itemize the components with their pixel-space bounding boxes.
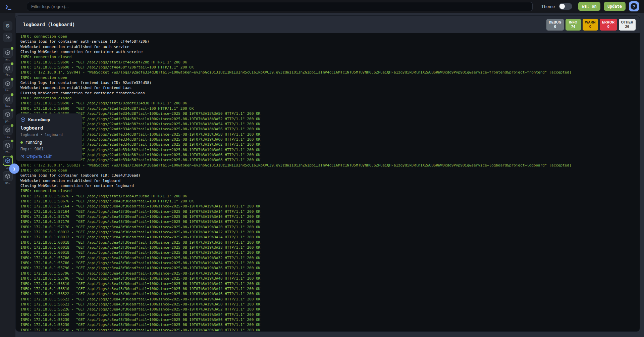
top-bar: ❯_ Theme ws: on update ? <box>0 0 644 13</box>
log-line: INFO: connection closed <box>20 54 640 59</box>
level-badge-other[interactable]: OTHER26 <box>619 19 636 31</box>
container-label: us… <box>0 182 15 185</box>
sidebar-container-item[interactable]: ka… <box>0 94 15 109</box>
container-icon-button <box>3 63 13 73</box>
container-label: fr… <box>0 74 15 77</box>
running-status-dot <box>11 47 13 50</box>
running-status-dot <box>11 109 13 111</box>
log-line: INFO: 172.18.0.1:55226 - "GET /api/logs/… <box>20 307 640 312</box>
badge-count: 0 <box>607 25 609 29</box>
log-line: INFO: 172.18.0.1:56510 - "GET /api/logs/… <box>20 281 640 286</box>
container-icon-button <box>3 48 13 58</box>
log-line: INFO: 172.18.0.1:59690 - "GET /api/logs/… <box>20 111 640 116</box>
container-port: Порт: 9001 <box>20 147 77 151</box>
logout-button[interactable] <box>3 33 12 42</box>
running-status-dot <box>11 140 13 142</box>
running-status-dot <box>20 141 23 144</box>
external-link-icon <box>20 154 24 158</box>
update-button[interactable]: update <box>604 2 626 11</box>
container-label: zo… <box>0 151 15 154</box>
level-badge-warn[interactable]: WARN0 <box>583 19 598 31</box>
running-status-dot <box>11 124 13 127</box>
theme-toggle[interactable] <box>559 3 572 10</box>
log-line: INFO: connection closed <box>20 188 640 193</box>
level-badge-error[interactable]: ERROR0 <box>600 19 617 31</box>
filter-input[interactable] <box>27 2 533 11</box>
log-line: INFO: 172.18.0.1:55786 - "GET /api/logs/… <box>20 255 640 260</box>
log-line: INFO: 172.18.0.1:57176 - "GET /api/logs/… <box>20 225 640 230</box>
container-cube-icon <box>5 81 10 86</box>
container-icon-button <box>3 125 13 135</box>
log-line: INFO: 172.18.0.1:57164 - "GET /api/logs/… <box>20 204 640 209</box>
help-button[interactable]: ? <box>629 1 639 11</box>
websocket-status-button[interactable]: ws: on <box>578 2 600 11</box>
log-line: INFO: 172.18.0.1:57164 - "GET /api/logs/… <box>20 209 640 214</box>
log-line: INFO: 172.18.0.1:59690 - "GET /api/logs/… <box>20 60 640 65</box>
container-label: po… <box>0 120 15 123</box>
log-line: INFO: 172.18.0.1:59690 - "GET /api/logs/… <box>20 65 640 70</box>
log-output[interactable]: INFO: connection openGetting logs for co… <box>16 33 640 331</box>
level-badge-debug[interactable]: DEBUG0 <box>546 19 564 31</box>
log-line: INFO: 172.18.0.1:55226 - "GET /api/logs/… <box>20 312 640 317</box>
log-line: INFO: 172.18.0.1:59690 - "GET /api/logs/… <box>20 152 640 157</box>
theme-toggle-knob <box>559 4 565 9</box>
log-line: INFO: 172.18.0.1:59690 - "GET /api/logs/… <box>20 157 640 162</box>
theme-label: Theme <box>541 4 555 9</box>
sidebar-container-item[interactable]: re… <box>0 125 15 140</box>
log-window: logboard (logboard) DEBUG0INFO74WARN0ERR… <box>15 15 640 332</box>
log-line: INFO: connection open <box>20 75 640 80</box>
log-line: INFO: 172.18.0.1:59690 - "GET /api/logs/… <box>20 142 640 147</box>
sidebar-container-item[interactable]: zo… <box>0 140 15 156</box>
badge-label: DEBUG <box>549 20 561 25</box>
container-cube-icon <box>5 96 10 102</box>
container-label: re… <box>0 135 15 138</box>
container-popover: Контейнер logboard logboard • logboard r… <box>16 113 82 161</box>
logout-icon <box>5 35 10 40</box>
container-cube-icon <box>5 50 10 55</box>
log-line: Getting logs for container logboard (ID:… <box>20 173 640 178</box>
log-line: INFO: 172.18.0.1:55230 - "GET /api/logs/… <box>20 322 640 327</box>
sidebar-container-item[interactable]: ka… <box>0 79 15 94</box>
container-name: logboard <box>20 125 77 131</box>
badge-count: 74 <box>571 25 575 29</box>
log-line: WebSocket connection established for aut… <box>20 44 640 49</box>
log-line: INFO: 172.18.0.1:57176 - "GET /api/logs/… <box>20 214 640 219</box>
sidebar: ⚙ au…fr…ka…ka…po…re…zo…lo…us… <box>0 13 15 337</box>
log-line: INFO: ('172.18.0.1', 58682) - "WebSocket… <box>20 163 640 168</box>
log-line: Closing WebSocket connection for contain… <box>20 91 640 96</box>
badge-count: 0 <box>589 25 591 29</box>
log-line: INFO: 172.18.0.1:60012 - "GET /api/logs/… <box>20 235 640 240</box>
log-line: Getting logs for container auth-service … <box>20 39 640 44</box>
log-line: INFO: connection open <box>20 168 640 173</box>
badge-label: INFO <box>569 20 577 25</box>
container-cube-icon <box>5 112 10 117</box>
sidebar-expand-button[interactable]: ❯ <box>9 163 19 174</box>
container-icon-button <box>3 79 13 89</box>
log-line: INFO: 172.18.0.1:59690 - "GET /api/logs/… <box>20 137 640 142</box>
running-status-dot <box>10 155 13 158</box>
container-icon-button <box>3 94 13 104</box>
level-badge-info[interactable]: INFO74 <box>566 19 581 31</box>
log-line: WebSocket connection established for log… <box>20 178 640 183</box>
log-line: Getting logs for container frontend-iaas… <box>20 80 640 85</box>
terminal-logo-icon: ❯_ <box>5 3 15 10</box>
settings-button[interactable]: ⚙ <box>3 21 12 31</box>
log-line: INFO: 172.18.0.1:60012 - "GET /api/logs/… <box>20 230 640 235</box>
open-site-label: Открыть сайт <box>26 154 52 159</box>
badge-label: OTHER <box>621 20 634 25</box>
running-status-dot <box>11 78 13 81</box>
container-icon-button <box>3 140 13 150</box>
log-line: INFO: 172.18.0.1:59690 - "GET /api/logs/… <box>20 122 640 127</box>
log-line: INFO: 172.18.0.1:57176 - "GET /api/logs/… <box>20 219 640 224</box>
log-line: INFO: 172.18.0.1:55796 - "GET /api/logs/… <box>20 266 640 271</box>
log-line: INFO: 172.18.0.1:55796 - "GET /api/logs/… <box>20 271 640 276</box>
sidebar-container-item[interactable]: po… <box>0 109 15 125</box>
status-text: running <box>25 140 42 145</box>
sidebar-container-item[interactable]: au… <box>0 48 15 63</box>
container-subtitle: logboard • logboard <box>20 133 77 137</box>
log-line: INFO: 172.18.0.1:58676 - "GET /api/logs/… <box>20 194 640 199</box>
log-line: INFO: 172.18.0.1:59690 - "GET /api/logs/… <box>20 147 640 152</box>
open-site-link[interactable]: Открыть сайт <box>20 154 77 159</box>
log-line: INFO: 172.18.0.1:56522 - "GET /api/logs/… <box>20 297 640 302</box>
sidebar-container-item[interactable]: fr… <box>0 63 15 79</box>
